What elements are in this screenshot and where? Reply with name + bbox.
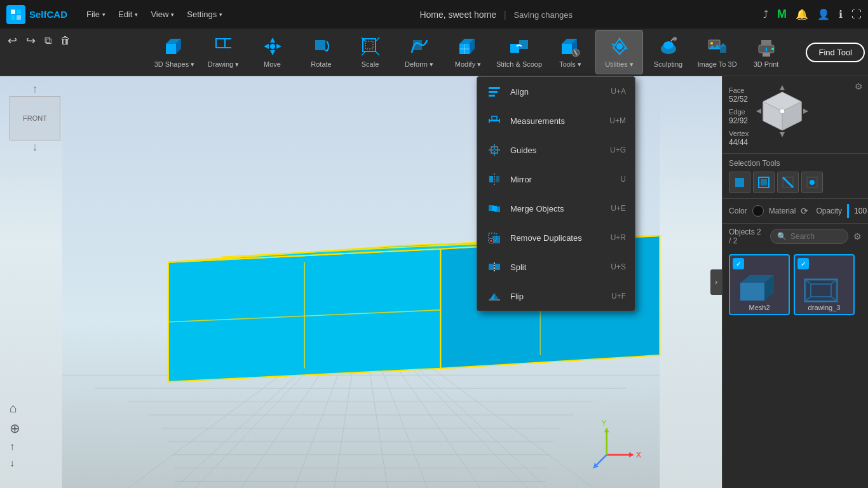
user-icon[interactable]: 👤 [817, 8, 830, 20]
trash-button[interactable]: 🗑 [60, 35, 71, 46]
tool-scale[interactable]: Scale [346, 30, 394, 74]
fullscreen-icon[interactable]: ⛶ [851, 9, 862, 20]
tool-rotate[interactable]: Rotate [297, 30, 345, 74]
edge-value: 92/92 [729, 116, 748, 125]
svg-point-101 [780, 109, 785, 114]
search-box[interactable]: 🔍 [770, 229, 848, 244]
svg-line-106 [783, 177, 793, 187]
tool-stitch-scoop[interactable]: Stitch & Scoop [493, 30, 545, 74]
image-to-3d-icon [706, 35, 729, 58]
svg-point-15 [270, 44, 275, 49]
tool-tools[interactable]: Tools ▾ [546, 30, 594, 74]
sel-tool-vertex[interactable] [801, 172, 823, 193]
color-material-row: Color Material ⟳ Opacity 100 [722, 199, 868, 224]
vertex-label: Vertex [729, 130, 749, 137]
action-bar: ↩ ↪ ⧉ 🗑 [0, 29, 146, 53]
redo-button[interactable]: ↪ [26, 34, 36, 48]
tool-move[interactable]: Move [248, 30, 296, 74]
drawing-icon [212, 35, 235, 58]
menu-edit[interactable]: Edit ▾ [112, 0, 144, 29]
sel-tool-object[interactable] [729, 172, 750, 193]
svg-marker-100 [803, 109, 808, 114]
svg-text:X: X [636, 451, 642, 459]
flip-icon [486, 288, 503, 304]
util-item-merge-objects[interactable]: Merge Objects U+E [477, 194, 635, 223]
remove-duplicates-label: Remove Duplicates [510, 233, 603, 243]
tool-3d-shapes[interactable]: 3D Shapes ▾ [151, 30, 198, 74]
svg-rect-134 [492, 206, 497, 211]
util-item-split[interactable]: Split U+S [477, 252, 635, 281]
util-item-flip[interactable]: Flip U+F [477, 281, 635, 311]
sel-tool-edge[interactable] [777, 172, 799, 193]
tool-image-to-3d[interactable]: Image To 3D [693, 30, 741, 74]
svg-rect-24 [413, 40, 422, 50]
bell-icon[interactable]: 🔔 [796, 8, 808, 20]
panel-collapse-button[interactable]: › [710, 269, 722, 295]
tool-sculpting[interactable]: Sculpting [644, 30, 692, 74]
tool-modify[interactable]: Modify ▾ [444, 30, 492, 74]
object-mesh2[interactable]: ✓ Mesh2 [729, 254, 790, 315]
share-icon[interactable]: ⤴ [763, 9, 768, 20]
selection-tools-row [729, 172, 862, 193]
3d-shapes-icon [163, 35, 186, 58]
menu-settings[interactable]: Settings ▾ [180, 0, 229, 29]
opacity-slider[interactable] [847, 204, 849, 218]
svg-rect-109 [740, 283, 764, 301]
svg-rect-121 [489, 95, 495, 97]
drawing-label: Drawing ▾ [208, 60, 239, 69]
svg-point-44 [673, 37, 677, 41]
edge-stat: Edge 92/92 [729, 107, 749, 125]
logo[interactable]: SelfCAD [6, 5, 67, 24]
svg-marker-14 [276, 44, 281, 49]
undo-button[interactable]: ↩ [8, 34, 17, 48]
svg-marker-97 [780, 85, 785, 90]
rotate-label: Rotate [311, 60, 331, 69]
svg-rect-130 [489, 176, 493, 182]
mesh2-check: ✓ [733, 258, 744, 269]
edit-arrow: ▾ [135, 11, 138, 18]
search-input[interactable] [790, 232, 841, 241]
utilities-icon [608, 35, 631, 58]
utilities-label: Utilities ▾ [605, 60, 634, 69]
m-icon[interactable]: M [777, 8, 787, 21]
svg-rect-119 [489, 87, 500, 89]
tool-utilities[interactable]: Utilities ▾ [595, 30, 643, 74]
util-item-align[interactable]: Align U+A [477, 77, 635, 106]
info-icon[interactable]: ℹ [839, 8, 843, 20]
mesh2-label: Mesh2 [730, 304, 789, 311]
saving-status: Saving changes [513, 10, 573, 20]
svg-rect-1 [17, 10, 21, 14]
align-label: Align [510, 87, 603, 97]
util-item-guides[interactable]: Guides U+G [477, 135, 635, 165]
move-label: Move [264, 60, 281, 69]
find-tool-button[interactable]: Find Tool [806, 43, 865, 62]
guides-label: Guides [510, 146, 602, 155]
color-swatch[interactable] [752, 205, 764, 217]
menu-file[interactable]: File ▾ [80, 0, 112, 29]
util-item-measurements[interactable]: Measurements U+M [477, 106, 635, 135]
util-item-remove-duplicates[interactable]: Remove Duplicates U+R [477, 223, 635, 252]
util-item-mirror[interactable]: Mirror U [477, 165, 635, 194]
measurements-label: Measurements [510, 116, 602, 126]
material-icon[interactable]: ⟳ [801, 206, 808, 216]
duplicate-button[interactable]: ⧉ [44, 35, 51, 46]
view-cube-preview[interactable] [754, 83, 811, 140]
search-icon: 🔍 [777, 232, 787, 241]
tool-drawing[interactable]: Drawing ▾ [200, 30, 247, 74]
menu-view[interactable]: View ▾ [144, 0, 180, 29]
object-drawing3[interactable]: ✓ drawing_3 [794, 254, 855, 315]
svg-rect-16 [315, 40, 325, 50]
sel-tool-face[interactable] [753, 172, 775, 193]
mirror-label: Mirror [510, 175, 613, 184]
view-arrow: ▾ [171, 11, 174, 18]
tool-3d-print[interactable]: 3D Print [742, 30, 790, 74]
scale-icon [359, 35, 382, 58]
tool-deform[interactable]: Deform ▾ [395, 30, 443, 74]
svg-point-46 [710, 42, 713, 44]
vertex-value: 44/44 [729, 138, 748, 147]
objects-settings-icon[interactable]: ⚙ [853, 231, 862, 241]
panel-settings-icon[interactable]: ⚙ [855, 81, 863, 92]
svg-rect-51 [761, 40, 771, 45]
tools-icon [559, 35, 582, 58]
measurements-icon [486, 112, 503, 129]
